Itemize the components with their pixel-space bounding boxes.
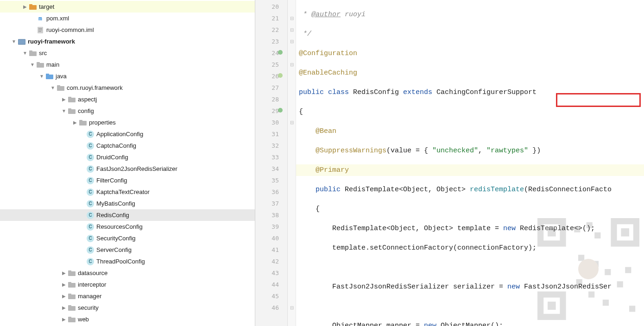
svg-rect-22 <box>68 270 71 272</box>
tree-item-label: aspectj <box>78 96 97 103</box>
tree-arrow-icon[interactable]: ▼ <box>10 39 18 44</box>
tree-item[interactable]: CMyBatisConfig <box>0 198 255 209</box>
gutter-line: 28 <box>255 94 287 105</box>
gutter-line: 32 <box>255 140 287 151</box>
folder-icon <box>57 84 65 92</box>
folder-icon <box>68 95 76 104</box>
tree-arrow-icon[interactable]: ▶ <box>71 120 79 125</box>
gutter-line: 40 <box>255 232 287 244</box>
tree-item[interactable]: ▶aspectj <box>0 94 255 105</box>
tree-arrow-icon[interactable]: ▶ <box>60 282 68 287</box>
tree-arrow-icon[interactable]: ▼ <box>60 108 68 113</box>
tree-arrow-icon[interactable]: ▶ <box>21 4 29 9</box>
svg-rect-26 <box>68 294 71 295</box>
java-class-icon: C <box>86 176 95 185</box>
tree-item[interactable]: ▼config <box>0 105 255 117</box>
svg-rect-20 <box>79 120 82 122</box>
code-line-highlighted: @Primary <box>296 164 644 176</box>
tree-item[interactable]: CKaptchaTextCreator <box>0 186 255 198</box>
tree-item[interactable]: ▶manager <box>0 290 255 302</box>
gutter-line: 35 <box>255 175 287 186</box>
folder-icon <box>29 49 37 57</box>
tree-item[interactable]: ▼com.ruoyi.framework <box>0 82 255 94</box>
folder-icon <box>68 315 76 324</box>
tree-arrow-icon[interactable]: ▼ <box>21 50 29 56</box>
tree-item[interactable]: CCaptchaConfig <box>0 140 255 151</box>
tree-item-label: security <box>78 304 99 311</box>
tree-arrow-icon[interactable]: ▼ <box>38 74 45 79</box>
svg-rect-10 <box>37 62 40 64</box>
svg-point-33 <box>278 108 283 113</box>
svg-rect-28 <box>68 305 71 307</box>
tree-item[interactable]: ▼ruoyi-framework <box>0 36 255 47</box>
code-line: { <box>296 106 644 118</box>
tree-item[interactable]: CDruidConfig <box>0 151 255 163</box>
java-class-icon: C <box>86 188 95 196</box>
tree-item-label: CaptchaConfig <box>96 142 136 149</box>
code-line: public RedisTemplate<Object, Object> red… <box>296 184 644 195</box>
folder-icon <box>36 61 44 69</box>
code-line: */ <box>296 28 644 40</box>
gutter-line: 20 <box>255 1 287 13</box>
tree-item[interactable]: ▼main <box>0 59 255 70</box>
tree-item[interactable]: ▼src <box>0 47 255 59</box>
project-tree-panel[interactable]: ▶targetmpom.xmlruoyi-common.iml▼ruoyi-fr… <box>0 0 255 326</box>
tree-item-label: interceptor <box>78 281 106 288</box>
svg-rect-30 <box>68 317 71 319</box>
svg-rect-5 <box>38 31 41 31</box>
svg-rect-45 <box>594 232 600 238</box>
code-line: public class RedisConfig extends Caching… <box>296 87 644 98</box>
tree-item-label: datasource <box>78 270 107 276</box>
tree-item[interactable]: mpom.xml <box>0 13 255 24</box>
folder-icon <box>68 281 76 289</box>
tree-item[interactable]: CFastJson2JsonRedisSerializer <box>0 163 255 175</box>
tree-item[interactable]: ▶datasource <box>0 267 255 279</box>
tree-item[interactable]: ruoyi-common.iml <box>0 24 255 36</box>
tree-item-label: ruoyi-common.iml <box>46 26 94 33</box>
tree-item[interactable]: CResourcesConfig <box>0 221 255 232</box>
tree-item[interactable]: ▶interceptor <box>0 279 255 290</box>
tree-item-label: properties <box>89 119 116 126</box>
tree-arrow-icon[interactable]: ▶ <box>60 317 68 322</box>
tree-item[interactable]: CSecurityConfig <box>0 232 255 244</box>
gutter-line: 30 <box>255 117 287 128</box>
folder-icon <box>68 107 76 115</box>
gutter-line: 25 <box>255 59 287 70</box>
maven-file-icon: m <box>36 14 44 23</box>
svg-point-32 <box>278 73 283 78</box>
tree-arrow-icon[interactable]: ▶ <box>60 294 68 299</box>
svg-rect-6 <box>18 39 25 44</box>
tree-item-label: java <box>56 73 67 80</box>
folder-icon <box>45 72 54 81</box>
tree-arrow-icon[interactable]: ▶ <box>60 305 68 310</box>
svg-rect-12 <box>46 74 49 75</box>
gutter-line: 31 <box>255 128 287 140</box>
tree-item-label: config <box>78 107 94 114</box>
tree-arrow-icon[interactable]: ▼ <box>29 62 36 67</box>
tree-item[interactable]: CRedisConfig <box>0 209 255 221</box>
java-class-icon: C <box>86 130 95 138</box>
code-line: @EnableCaching <box>296 67 644 79</box>
svg-rect-8 <box>29 50 32 52</box>
tree-item[interactable]: ▶security <box>0 302 255 313</box>
editor-gutter: 20 21 22 23 24 25 26 27 28 29 30 31 32 3… <box>255 0 288 326</box>
tree-arrow-icon[interactable]: ▼ <box>49 85 57 90</box>
tree-item[interactable]: CThreadPoolConfig <box>0 256 255 267</box>
tree-item[interactable]: ▼java <box>0 70 255 82</box>
tree-item[interactable]: ▶web <box>0 313 255 325</box>
tree-item[interactable]: CApplicationConfig <box>0 128 255 140</box>
tree-item[interactable]: ▶target <box>0 1 255 13</box>
tree-item[interactable]: ▶properties <box>0 117 255 128</box>
svg-rect-24 <box>68 282 71 284</box>
tree-arrow-icon[interactable]: ▶ <box>60 97 68 102</box>
java-class-icon: C <box>86 257 95 266</box>
gutter-line: 33 <box>255 151 287 163</box>
tree-item-label: DruidConfig <box>96 154 128 161</box>
tree-item[interactable]: CFilterConfig <box>0 175 255 186</box>
tree-item[interactable]: CServerConfig <box>0 244 255 256</box>
gutter-line: 21 <box>255 13 287 24</box>
tree-arrow-icon[interactable]: ▶ <box>60 270 68 276</box>
tree-item-label: ThreadPoolConfig <box>96 258 145 265</box>
tree-item-label: pom.xml <box>46 15 69 22</box>
editor-panel[interactable]: 20 21 22 23 24 25 26 27 28 29 30 31 32 3… <box>255 0 644 326</box>
